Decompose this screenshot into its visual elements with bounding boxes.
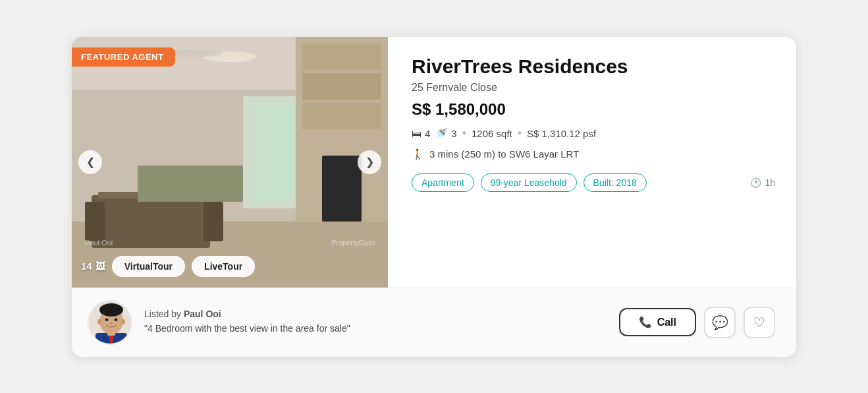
psf-value: S$ 1,310.12 psf — [527, 128, 596, 139]
action-buttons: 📞 Call 💬 ♡ — [619, 307, 775, 338]
property-specs: 🛏 4 🚿 3 • 1206 sqft • S$ 1,310.12 psf — [412, 127, 775, 140]
property-address: 25 Fernvale Close — [412, 82, 775, 94]
property-details: RiverTrees Residences 25 Fernvale Close … — [412, 55, 775, 192]
agent-quote: "4 Bedroom with the best view in the are… — [144, 322, 603, 336]
bed-icon: 🛏 — [412, 128, 421, 139]
image-section: FEATURED AGENT ❮ ❯ Paul Ooi PropertyGuru… — [72, 37, 388, 287]
time-ago-badge: 🕐 1h — [750, 177, 775, 188]
svg-rect-7 — [302, 73, 381, 100]
property-title: RiverTrees Residences — [412, 55, 775, 78]
dot-separator-1: • — [462, 127, 466, 140]
clock-icon: 🕐 — [750, 177, 761, 188]
image-bottom-bar: 14 🖼 VirtualTour LiveTour — [81, 256, 379, 277]
info-section: RiverTrees Residences 25 Fernvale Close … — [388, 37, 796, 287]
chevron-right-icon: ❯ — [366, 156, 374, 168]
virtual-tour-button[interactable]: VirtualTour — [112, 256, 185, 277]
walk-icon: 🚶 — [412, 148, 424, 160]
dot-separator-2: • — [518, 127, 522, 140]
bathroom-count: 3 — [451, 128, 456, 139]
next-image-button[interactable]: ❯ — [358, 150, 381, 174]
image-icon: 🖼 — [95, 260, 105, 272]
agent-avatar — [88, 300, 132, 345]
prev-image-button[interactable]: ❮ — [78, 150, 102, 174]
favorite-button[interactable]: ♡ — [744, 307, 775, 338]
bath-icon: 🚿 — [435, 127, 448, 139]
svg-point-24 — [121, 319, 125, 324]
tags-row: Apartment 99-year Leasehold Built: 2018 … — [412, 173, 775, 192]
property-price: S$ 1,580,000 — [412, 100, 775, 119]
svg-point-22 — [99, 303, 123, 317]
svg-rect-13 — [138, 166, 243, 202]
tag-built-year: Built: 2018 — [583, 173, 647, 192]
live-tour-button[interactable]: LiveTour — [192, 256, 255, 277]
transit-text: 3 mins (250 m) to SW6 Layar LRT — [429, 148, 579, 160]
svg-rect-8 — [302, 103, 381, 129]
bathroom-spec: 🚿 3 — [435, 127, 456, 139]
tag-leasehold: 99-year Leasehold — [481, 173, 577, 192]
chat-button[interactable]: 💬 — [704, 307, 736, 338]
svg-rect-11 — [85, 202, 105, 241]
svg-point-25 — [105, 318, 109, 321]
listed-by-label: Listed by Paul Ooi — [144, 309, 603, 319]
photo-count: 14 🖼 — [81, 260, 105, 272]
featured-agent-badge: FEATURED AGENT — [72, 47, 175, 67]
heart-icon: ♡ — [753, 315, 765, 330]
property-image — [72, 37, 388, 287]
svg-rect-9 — [92, 195, 210, 248]
chat-icon: 💬 — [712, 315, 728, 330]
svg-rect-12 — [203, 202, 223, 241]
property-transit: 🚶 3 mins (250 m) to SW6 Layar LRT — [412, 148, 775, 160]
bedroom-spec: 🛏 4 — [412, 128, 430, 139]
bedroom-count: 4 — [425, 128, 430, 139]
area-value: 1206 sqft — [472, 128, 512, 139]
property-card: FEATURED AGENT ❮ ❯ Paul Ooi PropertyGuru… — [72, 37, 796, 357]
tag-apartment: Apartment — [412, 173, 474, 192]
call-label: Call — [657, 317, 676, 328]
phone-icon: 📞 — [639, 316, 652, 328]
agent-name: Paul Ooi — [184, 309, 221, 319]
call-button[interactable]: 📞 Call — [619, 308, 696, 336]
svg-rect-6 — [302, 44, 381, 70]
agent-section: Listed by Paul Ooi "4 Bedroom with the b… — [72, 287, 796, 357]
svg-rect-14 — [322, 156, 362, 222]
time-ago-value: 1h — [765, 177, 775, 188]
photo-count-number: 14 — [81, 260, 92, 272]
agent-info: Listed by Paul Ooi "4 Bedroom with the b… — [144, 309, 603, 336]
svg-point-27 — [110, 322, 113, 324]
chevron-left-icon: ❮ — [86, 156, 95, 168]
card-top: FEATURED AGENT ❮ ❯ Paul Ooi PropertyGuru… — [72, 37, 796, 287]
svg-point-26 — [115, 318, 118, 321]
svg-point-23 — [97, 319, 101, 324]
